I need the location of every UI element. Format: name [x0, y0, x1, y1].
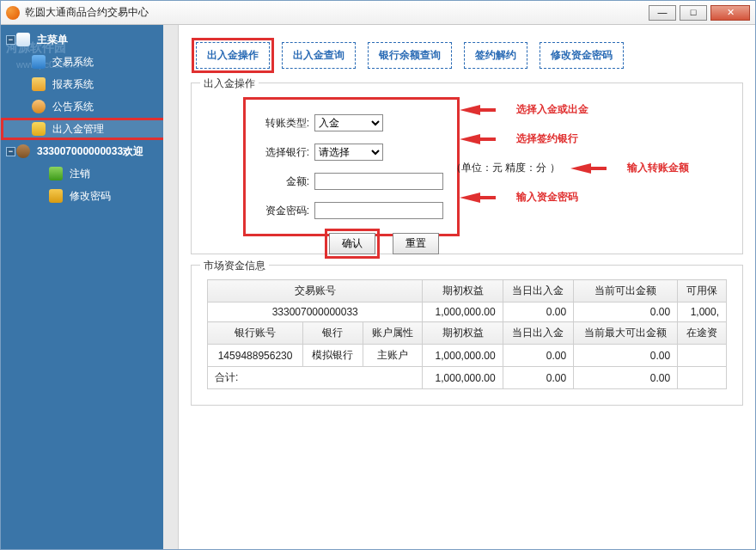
table-header-row: 银行账号 银行 账户属性 期初权益 当日出入金 当前最大可出金额 在途资 [208, 322, 727, 345]
col-today-io: 当日出入金 [503, 280, 573, 302]
tree-collapse-icon[interactable]: − [6, 147, 15, 156]
key-icon [49, 189, 63, 203]
window-title: 乾圆大通商品合约交易中心 [25, 5, 149, 20]
table-header-row: 交易账号 期初权益 当日出入金 当前可出金额 可用保 [208, 280, 727, 302]
sidebar-item-label: 333007000000033欢迎 [37, 144, 143, 159]
sidebar-scrollbar[interactable] [163, 25, 178, 549]
nav-tree: − 主菜单 交易系统 报表系统 公告系统 出入 [1, 25, 178, 207]
type-label: 转账类型: [256, 116, 309, 131]
sidebar-item-trade[interactable]: 交易系统 [1, 51, 178, 73]
bank-label: 选择银行: [256, 145, 309, 160]
close-button[interactable]: ✕ [710, 5, 750, 21]
col-today-io2: 当日出入金 [503, 322, 573, 345]
col-withdrawable: 当前可出金额 [574, 280, 678, 302]
sidebar-item-label: 交易系统 [52, 55, 94, 70]
main-panel: 出入金操作 出入金查询 银行余额查询 签约解约 修改资金密码 出入金操作 转账类… [178, 25, 755, 549]
table-sum-row: 合计: 1,000,000.00 0.00 0.00 [208, 367, 727, 389]
col-available: 可用保 [678, 280, 727, 302]
table-row[interactable]: 1459488956230 模拟银行 主账户 1,000,000.00 0.00… [208, 345, 727, 367]
fund-password-input[interactable] [314, 202, 443, 219]
account-summary-table: 交易账号 期初权益 当日出入金 当前可出金额 可用保 3330070000000… [207, 279, 727, 389]
sidebar-item-label: 修改密码 [70, 189, 111, 204]
user-icon [49, 167, 63, 180]
sidebar-item-fund-management[interactable]: 出入金管理 [1, 118, 178, 140]
arrow-icon [460, 134, 480, 144]
cup-icon [16, 144, 30, 158]
menu-icon [16, 33, 30, 46]
bank-select[interactable]: 请选择 [314, 144, 383, 161]
arrow-icon [570, 163, 591, 174]
tab-row: 出入金操作 出入金查询 银行余额查询 签约解约 修改资金密码 [179, 25, 755, 77]
col-initial-equity: 期初权益 [423, 280, 503, 302]
fieldset-title: 出入金操作 [200, 76, 259, 91]
sidebar-item-main-menu[interactable]: − 主菜单 [1, 28, 178, 51]
col-max-withdraw: 当前最大可出金额 [574, 322, 678, 345]
maximize-button[interactable]: □ [680, 5, 707, 21]
coins-icon [32, 122, 46, 136]
tree-collapse-icon[interactable]: − [6, 35, 15, 45]
sidebar-item-label: 报表系统 [52, 77, 94, 92]
amount-input[interactable] [314, 173, 443, 190]
col-initial-equity2: 期初权益 [423, 322, 503, 345]
minimize-button[interactable]: — [649, 5, 676, 21]
col-transit: 在途资 [678, 322, 727, 345]
table-row[interactable]: 333007000000033 1,000,000.00 0.00 0.00 1… [208, 302, 727, 322]
sidebar-item-label: 公告系统 [52, 100, 94, 114]
sidebar-item-change-password[interactable]: 修改密码 [1, 185, 178, 207]
sidebar-item-notice[interactable]: 公告系统 [1, 95, 178, 118]
tab-bank-balance[interactable]: 银行余额查询 [368, 42, 452, 69]
sidebar: 河源软件园 www.pc0359.cn − 主菜单 交易系统 报表系统 [1, 25, 178, 549]
col-bank-account: 银行账号 [208, 322, 303, 345]
sidebar-item-logout[interactable]: 注销 [1, 162, 178, 185]
amount-label: 金额: [256, 174, 309, 189]
annotation-password: 输入资金密码 [516, 190, 578, 205]
arrow-icon [460, 105, 480, 115]
sidebar-item-report[interactable]: 报表系统 [1, 73, 178, 95]
col-account: 交易账号 [208, 280, 423, 302]
password-label: 资金密码: [256, 204, 309, 218]
tab-fund-operation[interactable]: 出入金操作 [196, 42, 270, 69]
chart-icon [32, 77, 46, 91]
sidebar-item-label: 注销 [70, 167, 90, 181]
reset-button[interactable]: 重置 [393, 233, 439, 254]
titlebar: 乾圆大通商品合约交易中心 — □ ✕ [1, 1, 755, 25]
sidebar-item-label: 主菜单 [37, 33, 68, 47]
form-area: 转账类型: 入金 选择银行: 请选择 金额: 资金密码: [243, 97, 460, 236]
app-window: 乾圆大通商品合约交易中心 — □ ✕ 河源软件园 www.pc0359.cn −… [0, 0, 756, 550]
tab-change-fund-password[interactable]: 修改资金密码 [540, 42, 624, 69]
tab-sign-contract[interactable]: 签约解约 [464, 42, 527, 69]
window-controls: — □ ✕ [649, 5, 750, 21]
annotation-bank: 选择签约银行 [516, 131, 578, 146]
unit-text: （单位：元 精度：分 ） [451, 161, 560, 175]
fund-operation-fieldset: 出入金操作 转账类型: 入金 选择银行: 请选择 金额: [191, 82, 743, 254]
sidebar-item-account[interactable]: − 333007000000033欢迎 [1, 140, 178, 162]
col-bank: 银行 [303, 322, 363, 345]
tab-fund-query[interactable]: 出入金查询 [282, 42, 356, 69]
app-icon [6, 6, 20, 20]
sidebar-item-label: 出入金管理 [52, 122, 104, 137]
annotation-type: 选择入金或出金 [516, 102, 588, 117]
fieldset-title: 市场资金信息 [200, 259, 269, 273]
annotation-amount: 输入转账金额 [627, 161, 689, 175]
monitor-icon [32, 55, 46, 69]
market-fund-fieldset: 市场资金信息 交易账号 期初权益 当日出入金 当前可出金额 可用保 333007… [191, 265, 743, 406]
confirm-button[interactable]: 确认 [329, 233, 375, 254]
transfer-type-select[interactable]: 入金 [314, 114, 383, 131]
bubble-icon [32, 100, 46, 113]
col-account-type: 账户属性 [363, 322, 423, 345]
arrow-icon [460, 192, 480, 203]
